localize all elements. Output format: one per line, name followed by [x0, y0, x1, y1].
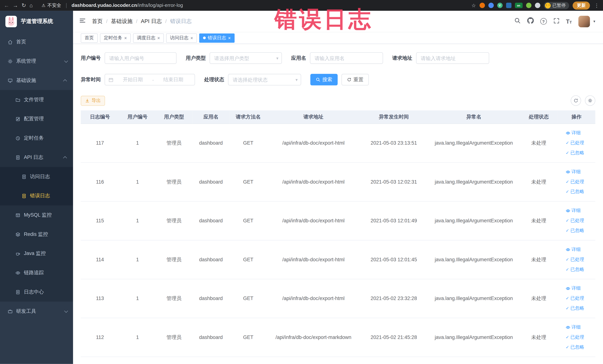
document-icon — [22, 193, 26, 198]
address-bar[interactable]: dashboard.yudao.iocoder.cn/infra/log/api… — [71, 3, 183, 8]
sidebar-item-home[interactable]: 首页 — [0, 32, 73, 52]
close-icon[interactable]: × — [157, 35, 160, 40]
tab-schedule-log[interactable]: 调度日志 × — [133, 33, 164, 42]
detail-link[interactable]: 详细 — [566, 283, 581, 293]
processed-link[interactable]: ✓已处理 — [566, 332, 584, 342]
ignore-link[interactable]: ✓已忽略 — [566, 148, 584, 158]
sidebar-item-api-log[interactable]: API 日志 — [0, 148, 73, 167]
cell-user-type: 管理员 — [156, 318, 192, 357]
bookmark-star-icon[interactable]: ☆ — [471, 2, 476, 8]
extension-icon[interactable] — [479, 3, 485, 8]
extension-on-icon[interactable]: on — [515, 3, 522, 8]
extension-icon[interactable] — [488, 3, 494, 8]
close-icon[interactable]: × — [190, 35, 193, 40]
search-icon[interactable] — [514, 17, 521, 25]
processed-link[interactable]: ✓已处理 — [566, 293, 584, 303]
url-path: /infra/log/api-error-log — [137, 3, 183, 8]
breadcrumb-separator: / — [106, 19, 108, 24]
detail-link[interactable]: 详细 — [566, 167, 581, 177]
detail-link[interactable]: 详细 — [566, 206, 581, 216]
extension-icon[interactable] — [535, 3, 540, 8]
processed-link[interactable]: ✓已处理 — [566, 177, 584, 187]
sidebar-item-mysql-monitor[interactable]: MySQL 监控 — [0, 205, 73, 225]
app-name-input[interactable] — [310, 52, 383, 64]
breadcrumb-item[interactable]: API 日志 — [141, 18, 162, 25]
sidebar-item-scheduled-jobs[interactable]: 定时任务 — [0, 129, 73, 148]
tab-error-log[interactable]: 错误日志 × — [199, 33, 235, 42]
sidebar-item-access-log[interactable]: 访问日志 — [0, 167, 73, 186]
fullscreen-icon[interactable] — [553, 17, 559, 25]
refresh-icon — [347, 77, 351, 82]
caret-down-icon[interactable]: ▾ — [593, 19, 595, 23]
sidebar-item-system-management[interactable]: 系统管理 — [0, 52, 73, 71]
ignore-link[interactable]: ✓已忽略 — [566, 187, 584, 197]
sidebar-item-config-management[interactable]: 配置管理 — [0, 109, 73, 129]
extension-icon[interactable] — [506, 3, 511, 8]
export-button[interactable]: 导出 — [81, 96, 105, 106]
sidebar-toggle-icon[interactable] — [79, 17, 86, 25]
reset-button[interactable]: 重置 — [341, 74, 369, 85]
eye-icon — [566, 286, 570, 291]
search-button[interactable]: 搜索 — [310, 74, 337, 85]
processed-link[interactable]: ✓已处理 — [566, 138, 584, 148]
help-icon[interactable]: ? — [540, 18, 547, 25]
breadcrumb-item[interactable]: 基础设施 — [111, 18, 133, 25]
breadcrumb-item[interactable]: 首页 — [92, 18, 103, 25]
user-type-select[interactable] — [210, 52, 282, 64]
refresh-button[interactable] — [571, 95, 581, 106]
detail-link[interactable]: 详细 — [566, 244, 581, 254]
cell-method: GET — [230, 318, 267, 357]
processed-link[interactable]: ✓已处理 — [566, 216, 584, 226]
tab-access-log[interactable]: 访问日志 × — [166, 33, 197, 42]
close-icon[interactable]: × — [228, 35, 231, 40]
user-id-input[interactable] — [104, 52, 176, 64]
sidebar-item-dev-tools[interactable]: 研发工具 — [0, 302, 73, 321]
col-exception-time: 异常发生时间 — [360, 110, 428, 124]
search-icon — [316, 77, 320, 82]
home-icon[interactable]: ⌂ — [29, 3, 33, 8]
sidebar-item-error-log[interactable]: 错误日志 — [0, 186, 73, 205]
ignore-link[interactable]: ✓已忽略 — [566, 226, 584, 236]
tab-scheduled-jobs[interactable]: 定时任务 × — [100, 33, 131, 42]
ignore-link[interactable]: ✓已忽略 — [566, 264, 584, 274]
refresh-icon — [573, 98, 578, 103]
sidebar-item-infrastructure[interactable]: 基础设施 — [0, 71, 73, 90]
table-toolbar: 导出 — [73, 95, 603, 106]
process-status-select[interactable] — [228, 74, 301, 85]
processed-link[interactable]: ✓已处理 — [566, 254, 584, 264]
security-badge[interactable]: ⚠ 不安全 — [42, 2, 61, 9]
extension-icon[interactable] — [526, 3, 531, 8]
reload-icon[interactable]: ↻ — [22, 3, 26, 8]
table-row: 115 1 管理员 dashboard GET /api/infra/db-do… — [81, 201, 595, 240]
update-button[interactable]: 更新 — [573, 1, 590, 10]
browser-menu-icon[interactable]: ⋮ — [594, 2, 599, 8]
cell-app: dashboard — [192, 201, 230, 240]
sidebar-item-trace[interactable]: 链路追踪 — [0, 263, 73, 282]
tab-home[interactable]: 首页 — [81, 33, 98, 42]
sidebar-item-redis-monitor[interactable]: Redis 监控 — [0, 225, 73, 244]
sidebar-item-java-monitor[interactable]: Java 监控 — [0, 244, 73, 263]
exception-time-range[interactable]: 开始日期 - 结束日期 — [104, 74, 195, 85]
request-url-input[interactable] — [416, 52, 489, 64]
ignore-link[interactable]: ✓已忽略 — [566, 303, 584, 313]
back-icon[interactable]: ← — [4, 3, 9, 8]
cell-app: dashboard — [192, 162, 230, 201]
detail-link[interactable]: 详细 — [566, 322, 581, 332]
column-settings-button[interactable] — [585, 95, 595, 106]
font-size-icon[interactable]: TT — [566, 19, 572, 24]
forward-icon[interactable]: → — [13, 3, 18, 8]
close-icon[interactable]: × — [124, 35, 127, 40]
profile-chip[interactable]: 已暂停 — [544, 2, 569, 9]
app-logo[interactable]: 芋道管理系统 — [0, 11, 73, 32]
sidebar-item-file-management[interactable]: 文件管理 — [0, 90, 73, 109]
table-row: 112 1 管理员 dashboard GET /api/infra/db-do… — [81, 318, 595, 357]
avatar[interactable] — [578, 16, 590, 27]
tab-label: 首页 — [84, 35, 94, 41]
detail-link[interactable]: 详细 — [566, 128, 581, 138]
ignore-link[interactable]: ✓已忽略 — [566, 342, 584, 352]
breadcrumb: 首页 / 基础设施 / API 日志 / 错误日志 — [92, 18, 192, 25]
github-icon[interactable] — [527, 17, 534, 25]
vue-devtools-icon[interactable]: V — [497, 3, 502, 8]
sidebar-item-log-center[interactable]: 日志中心 — [0, 282, 73, 302]
cell-user-id: 1 — [119, 201, 156, 240]
